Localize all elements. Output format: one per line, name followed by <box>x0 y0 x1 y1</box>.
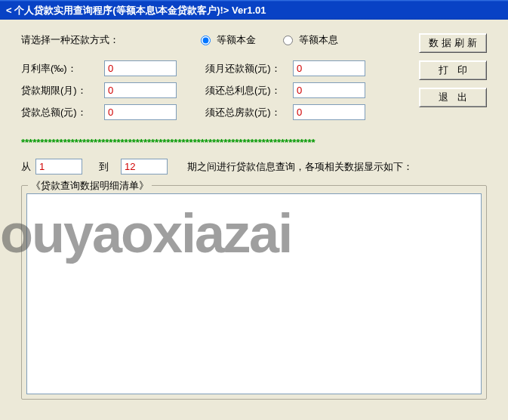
label-total-repay: 须还总房款(元)： <box>205 106 293 119</box>
input-loan-total[interactable] <box>104 104 177 120</box>
radio-equal-interest-input[interactable] <box>283 36 293 45</box>
window-titlebar: < 个人贷款实用查询程序(等额本息\本金贷款客户)!> Ver1.01 <box>0 0 508 20</box>
window-title: < 个人贷款实用查询程序(等额本息\本金贷款客户)!> Ver1.01 <box>6 5 266 16</box>
label-loan-total: 贷款总额(元)： <box>21 106 104 119</box>
label-total-interest: 须还总利息(元)： <box>205 84 293 97</box>
input-payment-per[interactable] <box>293 60 365 76</box>
range-to-input[interactable] <box>121 159 168 174</box>
range-from-input[interactable] <box>35 159 82 174</box>
groupbox-title: 《贷款查询数据明细清单》 <box>28 179 152 193</box>
radio-equal-principal-label: 等额本金 <box>217 33 256 47</box>
print-button[interactable]: 打 印 <box>419 60 487 80</box>
range-suffix: 期之间进行贷款信息查询，各项相关数据显示如下： <box>187 160 413 174</box>
radio-equal-interest[interactable]: 等额本息 <box>283 33 338 47</box>
range-to-label: 到 <box>99 160 109 174</box>
range-from-label: 从 <box>21 160 31 174</box>
refresh-button[interactable]: 数据刷新 <box>419 33 487 53</box>
label-monthly-rate: 月利率(‰)： <box>21 62 104 76</box>
input-total-repay[interactable] <box>293 104 365 120</box>
input-total-interest[interactable] <box>293 82 365 98</box>
radio-equal-principal-input[interactable] <box>201 36 211 45</box>
divider-stars: ****************************************… <box>21 137 487 148</box>
label-term-months: 贷款期限(月)： <box>21 84 104 97</box>
repayment-radio-group: 等额本金 等额本息 <box>201 33 338 47</box>
label-payment-per: 须月还款额(元)： <box>205 62 293 76</box>
exit-button[interactable]: 退 出 <box>419 88 487 107</box>
radio-equal-principal[interactable]: 等额本金 <box>201 33 256 47</box>
input-monthly-rate[interactable] <box>104 60 177 76</box>
input-term-months[interactable] <box>104 82 177 98</box>
detail-groupbox: 《贷款查询数据明细清单》 <box>21 185 487 400</box>
detail-listbox[interactable] <box>26 193 482 394</box>
repayment-prompt: 请选择一种还款方式： <box>21 33 195 47</box>
radio-equal-interest-label: 等额本息 <box>299 33 338 47</box>
client-area: 请选择一种还款方式： 等额本金 等额本息 月利率(‰)： 须月还款额(元)： <box>0 20 508 420</box>
